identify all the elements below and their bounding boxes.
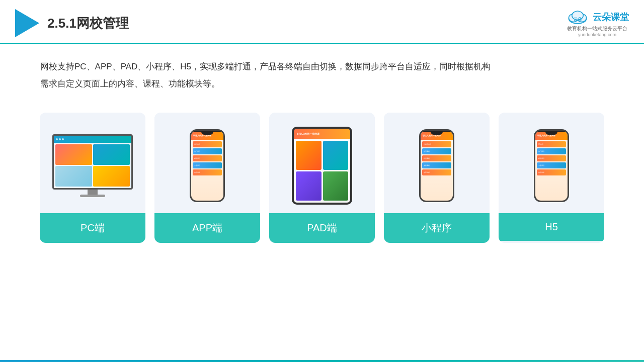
card-pad: 职达人的第一堂网课 PAD端 (269, 113, 375, 243)
card-app-label: APP端 (154, 213, 260, 243)
card-pad-label: PAD端 (269, 213, 375, 243)
svg-text:云朵: 云朵 (574, 17, 582, 22)
description-line2: 需求自定义页面上的内容、课程、功能模块等。 (40, 75, 604, 93)
phone-mockup-app: 职达人的第一堂网课 课程推荐 热门课程 精品课程 专题课程 推荐讲师 (190, 129, 225, 202)
card-h5-image: 职达人的第一堂网课 H5推荐 热门课程 精品课程 专题课程 推荐讲师 (499, 113, 604, 213)
bottom-bar (0, 360, 644, 362)
description-line1: 网校支持PC、APP、PAD、小程序、H5，实现多端打通，产品各终端自由切换，数… (40, 58, 604, 75)
phone-mockup-mini: 职达人的第一堂网课 小程序推荐 热门课程 精品课程 专题课程 推荐讲师 (419, 129, 454, 202)
card-pc-label: PC端 (40, 213, 145, 243)
card-h5-label: H5 (499, 213, 604, 241)
description-block: 网校支持PC、APP、PAD、小程序、H5，实现多端打通，产品各终端自由切换，数… (0, 44, 644, 93)
logo-triangle-icon (15, 9, 39, 37)
card-miniprogram-label: 小程序 (384, 213, 490, 243)
card-h5: 职达人的第一堂网课 H5推荐 热门课程 精品课程 专题课程 推荐讲师 H5 (499, 113, 604, 243)
header: 2.5.1网校管理 云朵 云朵课堂 教育机构一站式服务云平台 yunduoket… (0, 0, 644, 44)
header-left: 2.5.1网校管理 (15, 9, 129, 37)
card-app: 职达人的第一堂网课 课程推荐 热门课程 精品课程 专题课程 推荐讲师 APP端 (154, 113, 260, 243)
card-app-image: 职达人的第一堂网课 课程推荐 热门课程 精品课程 专题课程 推荐讲师 (154, 113, 260, 213)
header-right: 云朵 云朵课堂 教育机构一站式服务云平台 yunduoketang.com (566, 9, 629, 37)
brand-name: 云朵课堂 (593, 11, 629, 23)
card-pc-image (40, 113, 145, 213)
cloud-icon: 云朵 (566, 9, 590, 25)
card-pc: PC端 (40, 113, 145, 243)
brand-logo: 云朵 云朵课堂 (566, 9, 629, 25)
cards-container: PC端 职达人的第一堂网课 课程推荐 热门课程 精品课程 专题课程 推荐讲师 (0, 98, 644, 243)
phone-mockup-h5: 职达人的第一堂网课 H5推荐 热门课程 精品课程 专题课程 推荐讲师 (534, 129, 569, 202)
pc-screen (52, 134, 133, 190)
page-title: 2.5.1网校管理 (47, 15, 129, 32)
tablet-mockup: 职达人的第一堂网课 (292, 127, 352, 205)
brand-url: yunduoketang.com (578, 32, 616, 37)
card-miniprogram: 职达人的第一堂网课 小程序推荐 热门课程 精品课程 专题课程 推荐讲师 小程序 (384, 113, 490, 243)
brand-subtitle: 教育机构一站式服务云平台 (567, 25, 627, 32)
pc-mockup (52, 134, 133, 197)
card-miniprogram-image: 职达人的第一堂网课 小程序推荐 热门课程 精品课程 专题课程 推荐讲师 (384, 113, 490, 213)
card-pad-image: 职达人的第一堂网课 (269, 113, 375, 213)
